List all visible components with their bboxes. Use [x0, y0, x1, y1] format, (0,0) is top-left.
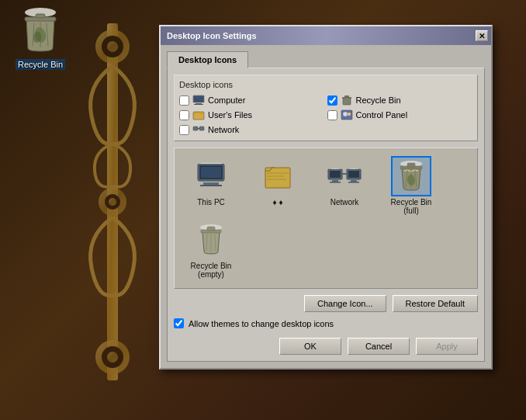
recycle-bin-small-icon: [341, 94, 353, 106]
network-label: Network: [208, 125, 239, 134]
network-checkbox-row: Network: [179, 123, 325, 136]
icon-preview-area: This PC ♦ ♦: [174, 148, 478, 289]
recycle-bin-full-preview-icon: [396, 160, 426, 193]
svg-rect-29: [193, 127, 198, 130]
restore-default-button[interactable]: Restore Default: [393, 295, 478, 312]
computer-checkbox[interactable]: [179, 95, 189, 106]
preview-network[interactable]: Network: [317, 158, 372, 215]
icons-grid: Computer Recycle Bin: [179, 94, 472, 136]
users-files-small-icon: [192, 109, 205, 121]
users-files-preview-label: ♦ ♦: [273, 198, 283, 207]
svg-point-6: [109, 198, 116, 206]
tab-bar: Desktop Icons: [167, 51, 485, 68]
network-icon-box: [326, 158, 363, 195]
svg-rect-39: [267, 175, 284, 177]
dialog-title: Desktop Icon Settings: [167, 31, 257, 40]
control-panel-small-icon: [341, 109, 353, 121]
svg-rect-42: [330, 171, 341, 178]
control-panel-checkbox[interactable]: [327, 110, 337, 120]
control-panel-checkbox-row: Control Panel: [327, 109, 473, 121]
this-pc-preview-icon: [196, 162, 227, 190]
recycle-bin-checkbox[interactable]: [327, 95, 337, 106]
recycle-bin-image: [16, 6, 65, 56]
this-pc-label: This PC: [197, 198, 225, 207]
svg-rect-47: [351, 180, 357, 182]
computer-checkbox-row: Computer: [179, 94, 325, 106]
svg-rect-38: [267, 172, 289, 174]
this-pc-icon-box: [192, 158, 230, 195]
tab-desktop-icons[interactable]: Desktop Icons: [167, 51, 248, 68]
svg-point-28: [348, 113, 351, 116]
preview-icons-row-2: Recycle Bin (empty): [184, 221, 468, 279]
users-files-preview-icon: [262, 161, 293, 191]
network-preview-label: Network: [330, 198, 359, 207]
preview-recycle-bin-full[interactable]: Recycle Bin (full): [384, 158, 438, 215]
bottom-buttons: OK Cancel Apply: [174, 335, 478, 355]
recycle-bin-checkbox-row: Recycle Bin: [327, 94, 473, 106]
users-files-icon-box: [259, 158, 296, 195]
network-small-icon: [192, 123, 205, 136]
allow-themes-label: Allow themes to change desktop icons: [189, 319, 334, 328]
section-title: Desktop icons: [179, 80, 472, 89]
control-panel-label: Control Panel: [356, 110, 408, 120]
svg-rect-12: [36, 14, 45, 18]
decorative-ornament: [78, 23, 147, 383]
allow-themes-checkbox[interactable]: [174, 318, 184, 328]
computer-label: Computer: [208, 95, 245, 105]
svg-rect-21: [194, 96, 203, 102]
svg-rect-43: [332, 180, 338, 182]
recycle-bin-empty-label: Recycle Bin (empty): [184, 262, 238, 279]
svg-point-3: [107, 41, 118, 52]
dialog-body: Desktop Icons Desktop icons: [161, 45, 491, 368]
icon-action-buttons: Change Icon... Restore Default: [174, 295, 478, 312]
svg-point-9: [107, 352, 118, 363]
preview-icons-row: This PC ♦ ♦: [184, 158, 468, 215]
users-files-label: User's Files: [208, 110, 252, 120]
dialog-close-button[interactable]: ✕: [476, 30, 488, 41]
users-files-checkbox[interactable]: [179, 110, 189, 120]
ok-button[interactable]: OK: [279, 338, 341, 355]
svg-rect-40: [267, 179, 286, 180]
svg-rect-59: [207, 227, 215, 231]
dialog-titlebar: Desktop Icon Settings ✕: [161, 26, 491, 45]
users-files-checkbox-row: User's Files: [179, 109, 325, 121]
recycle-bin-empty-icon-box: [192, 221, 230, 259]
svg-rect-48: [348, 182, 359, 183]
svg-rect-20: [194, 104, 203, 105]
network-checkbox[interactable]: [179, 125, 189, 135]
change-icon-button[interactable]: Change Icon...: [304, 295, 386, 312]
svg-rect-36: [201, 167, 221, 178]
main-panel: Desktop icons Computer: [167, 68, 485, 362]
allow-themes-row: Allow themes to change desktop icons: [174, 318, 478, 328]
svg-rect-44: [330, 182, 341, 183]
computer-small-icon: [192, 94, 205, 106]
svg-rect-24: [344, 95, 349, 98]
recycle-bin-label: Recycle Bin: [356, 95, 401, 105]
desktop-recycle-bin-icon[interactable]: Recycle Bin: [9, 6, 71, 70]
network-preview-icon: [327, 163, 362, 189]
preview-users-files[interactable]: ♦ ♦: [251, 158, 305, 215]
svg-rect-35: [200, 185, 222, 186]
recycle-bin-full-icon-box: [393, 158, 430, 195]
desktop-icons-section: Desktop icons Computer: [174, 75, 478, 141]
apply-button[interactable]: Apply: [416, 338, 478, 355]
preview-this-pc[interactable]: This PC: [184, 158, 238, 215]
svg-point-27: [343, 112, 348, 116]
recycle-bin-full-label: Recycle Bin (full): [384, 198, 438, 215]
svg-rect-52: [407, 163, 415, 167]
cancel-button[interactable]: Cancel: [348, 338, 410, 355]
dialog-window: Desktop Icon Settings ✕ Desktop Icons De…: [159, 25, 493, 370]
svg-rect-25: [193, 112, 204, 120]
svg-rect-46: [348, 171, 359, 178]
preview-recycle-bin-empty[interactable]: Recycle Bin (empty): [184, 221, 238, 279]
recycle-bin-empty-preview-icon: [196, 224, 226, 256]
svg-rect-30: [199, 127, 204, 130]
svg-rect-22: [343, 98, 351, 105]
recycle-bin-desktop-label: Recycle Bin: [16, 59, 65, 70]
